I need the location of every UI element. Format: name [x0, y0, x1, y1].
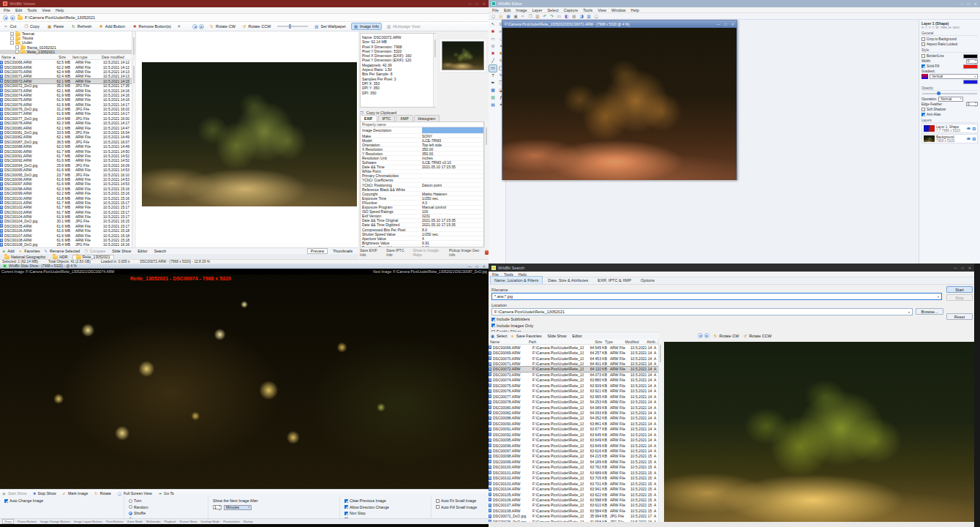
file-row[interactable]: DSC00103.ARW61.7 MBARW File10.5.2021 15:… — [0, 210, 132, 214]
result-row[interactable]: DSC00102.ARWF:\Camera Pics\Uudet\Reite_1… — [489, 476, 658, 481]
window-icon[interactable]: ▢ — [595, 14, 598, 18]
result-row[interactable]: DSC00097.ARWF:\Camera Pics\Uudet\Reite_1… — [489, 448, 658, 453]
refresh-button[interactable]: ↻Refresh — [69, 23, 94, 29]
result-row[interactable]: DSC00070.ARWF:\Camera Pics\Uudet\Reite_1… — [489, 356, 658, 361]
add-files-button[interactable]: ⊕Add — [2, 249, 15, 253]
result-row[interactable]: DSC00075.ARWF:\Camera Pics\Uudet\Reite_1… — [489, 383, 658, 388]
footer-tab[interactable]: Presentation — [223, 520, 239, 523]
file-row[interactable]: DSC00107.ARW61.6 MBARW File10.5.2021 15:… — [0, 233, 132, 237]
slideshow-titlebar[interactable]: WildBit Slide Show - (7968 x 5320) - @ 4… — [0, 264, 489, 269]
footer-tab[interactable]: Show — [2, 519, 14, 524]
result-row[interactable]: DSC00069.ARWF:\Camera Pics\Uudet\Reite_1… — [489, 350, 658, 355]
non-stop-checkbox[interactable]: Non Stop — [344, 511, 426, 515]
slideshow-image[interactable] — [0, 274, 489, 489]
file-row[interactable]: DSC00069.ARW62.2 MBARW File10.5.2021 14:… — [0, 64, 132, 69]
file-row[interactable]: DSC00096.ARW61.6 MBARW File10.5.2021 14:… — [0, 177, 132, 182]
pen-tool[interactable]: ✒ — [489, 80, 497, 86]
result-row[interactable]: DSC00105.ARWF:\Camera Pics\Uudet\Reite_1… — [489, 492, 658, 497]
menu-item[interactable]: Capture — [564, 8, 578, 12]
menu-item[interactable]: File — [492, 8, 499, 12]
info-thumbnail[interactable] — [442, 41, 484, 70]
tile-icon[interactable]: ◨ — [579, 14, 583, 18]
footer-tab[interactable]: Image Layout Buttons — [74, 520, 102, 523]
file-row[interactable]: DSC00102.ARW61.7 MBARW File10.5.2021 15:… — [0, 205, 132, 209]
file-row[interactable]: DSC00108_DxO.jpg25.4 MBJPG File10.5.2021… — [0, 242, 132, 247]
copy-icon[interactable]: ❐ — [528, 14, 532, 18]
width-spinner[interactable]: 0▴▾ — [966, 59, 978, 64]
file-row[interactable]: DSC00073.ARW62.1 MBARW File10.5.2021 14:… — [0, 88, 132, 92]
redo-icon[interactable]: ↷ — [550, 14, 554, 18]
editor-titlebar[interactable]: WildBit Editor — [489, 0, 980, 7]
full-screen-view-button[interactable]: ▢Full Screen View — [118, 491, 152, 496]
file-list-header[interactable]: Name ▲ Size Item type Date modified — [0, 54, 132, 60]
file-row[interactable]: DSC00097.ARW61.6 MBARW File10.5.2021 14:… — [0, 182, 132, 186]
file-row[interactable]: DSC00077.ARW61.9 MBARW File10.5.2021 14:… — [0, 111, 132, 116]
reset-button[interactable]: Reset — [946, 313, 973, 320]
layer-row-shape[interactable]: Layer 1: Shape7,7 7986 x 5320 — [921, 124, 978, 133]
menu-item[interactable]: Image — [516, 8, 527, 12]
radio-random[interactable]: Random — [129, 505, 203, 509]
document-titlebar[interactable]: F:\Camera Pics\Uudet\Reite_13052021\DSC0… — [502, 20, 736, 28]
info-scrollbar[interactable] — [433, 34, 437, 107]
rename-selected-button[interactable]: ✎Rename Selected — [45, 249, 80, 253]
file-row[interactable]: DSC00070.ARW62.4 MBARW File10.5.2021 14:… — [0, 70, 132, 74]
tab-iptc[interactable]: IPTC — [378, 115, 396, 122]
gradient-direction-select[interactable]: Vertical▾ — [930, 74, 978, 79]
set-wallpaper-button[interactable]: ▤Set Wallpaper — [312, 23, 348, 29]
timer-spinner[interactable]: 1▴▾ — [213, 505, 222, 509]
tab-thumbnails[interactable]: Thumbnails — [329, 248, 356, 254]
capture-icon[interactable]: ◧ — [565, 14, 568, 18]
select-rect-tool[interactable]: ▭ — [489, 36, 497, 42]
file-row[interactable]: DSC00077_DxO.jpg33.4 MBJPG File10.5.2021… — [0, 116, 132, 121]
result-row[interactable]: DSC00106.ARWF:\Camera Pics\Uudet\Reite_1… — [489, 497, 658, 502]
result-row[interactable]: DSC00108.ARWF:\Camera Pics\Uudet\Reite_1… — [489, 508, 658, 513]
file-row[interactable]: DSC00081_DxO.jpg33.5 MBJPG File10.5.2021… — [0, 130, 132, 135]
rotate-cw-button[interactable]: ↻Rotate CW — [714, 334, 739, 338]
result-row[interactable]: DSC00071.ARWF:\Camera Pics\Uudet\Reite_1… — [489, 361, 658, 366]
pointer-tool[interactable]: ↖ — [489, 21, 497, 28]
add-button[interactable]: ✚Add Button — [97, 23, 127, 29]
file-row[interactable]: DSC00104_DxO.jpg30.1 MBJPG File10.5.2021… — [0, 219, 132, 223]
result-row[interactable]: DSC00107.ARWF:\Camera Pics\Uudet\Reite_1… — [489, 503, 658, 508]
file-row[interactable]: DSC00087_DxO.jpg36.5 MBJPG File10.5.2021… — [0, 140, 132, 144]
file-row[interactable]: DSC00108.ARW61.6 MBARW File10.5.2021 15:… — [0, 238, 132, 242]
result-row[interactable]: DSC00100.ARWF:\Camera Pics\Uudet\Reite_1… — [489, 465, 658, 470]
footer-tab[interactable]: Image Change Buttons — [40, 520, 70, 523]
menu-item[interactable]: Window — [611, 8, 626, 12]
menu-item[interactable]: File — [4, 8, 10, 12]
filename-input[interactable]: *.arw;*.jpg▾ — [491, 293, 942, 300]
next-image-button[interactable]: ▶ — [704, 333, 709, 338]
solid-fill-checkbox[interactable]: Solid Fill — [921, 64, 978, 69]
file-row[interactable]: DSC00078.ARW62.3 MBARW File10.5.2021 14:… — [0, 121, 132, 125]
layer-row-background[interactable]: Background7968 x 5320 — [921, 134, 978, 143]
menu-item[interactable]: Help — [631, 8, 639, 12]
result-row[interactable]: DSC00096.ARWF:\Camera Pics\Uudet\Reite_1… — [489, 443, 658, 448]
save-icon[interactable]: ▦ — [506, 14, 510, 18]
result-row[interactable]: DSC00074.ARWF:\Camera Pics\Uudet\Reite_1… — [489, 378, 658, 383]
file-row[interactable]: DSC00074.ARW61.9 MBARW File10.5.2021 14:… — [0, 93, 132, 97]
auto-fill-small-image-checkbox[interactable]: Auto Fill Small Image — [436, 505, 477, 509]
rotate-ccw-button[interactable]: ↺Rotate CCW — [744, 334, 772, 338]
menu-item[interactable]: Select — [547, 8, 558, 12]
footer-tab[interactable]: Zoom Mode — [127, 520, 143, 523]
result-row[interactable]: DSC00099.ARWF:\Camera Pics\Uudet\Reite_1… — [489, 459, 658, 464]
select-icon[interactable]: ▭ — [557, 14, 561, 18]
go-to-button[interactable]: ➔Go To — [159, 491, 174, 496]
prev-image-button[interactable]: ◀ — [698, 333, 703, 338]
result-row[interactable]: DSC00080.ARWF:\Camera Pics\Uudet\Reite_1… — [489, 405, 658, 410]
clear-previous-image-checkbox[interactable]: Clear Previous Image — [344, 498, 426, 503]
pan-tool[interactable]: ✱ — [489, 29, 497, 35]
menu-item[interactable]: Edit — [15, 8, 22, 12]
pickup-geo-info-button[interactable]: Pickup Image Geo Info — [449, 248, 480, 257]
search-button[interactable]: Search — [152, 249, 166, 253]
rotate-cw-button[interactable]: ↻Rotate CW — [208, 23, 238, 29]
menu-item[interactable]: Edit — [504, 8, 510, 12]
viewer-titlebar[interactable]: WildBit Viewer — [0, 0, 489, 7]
file-row[interactable]: DSC00094_DxO.jpg25.9 MBJPG File10.5.2021… — [0, 163, 132, 168]
layer-lock-icon[interactable] — [973, 127, 976, 130]
file-row[interactable]: DSC00075.ARW61.9 MBARW File10.5.2021 14:… — [0, 97, 132, 102]
menu-item[interactable]: Tools — [583, 8, 592, 12]
file-row[interactable]: DSC00092.ARW61.6 MBARW File10.5.2021 14:… — [0, 158, 132, 162]
edge-feather-spinner[interactable]: 0▴▾ — [966, 102, 978, 106]
start-button[interactable]: Start — [946, 286, 973, 293]
